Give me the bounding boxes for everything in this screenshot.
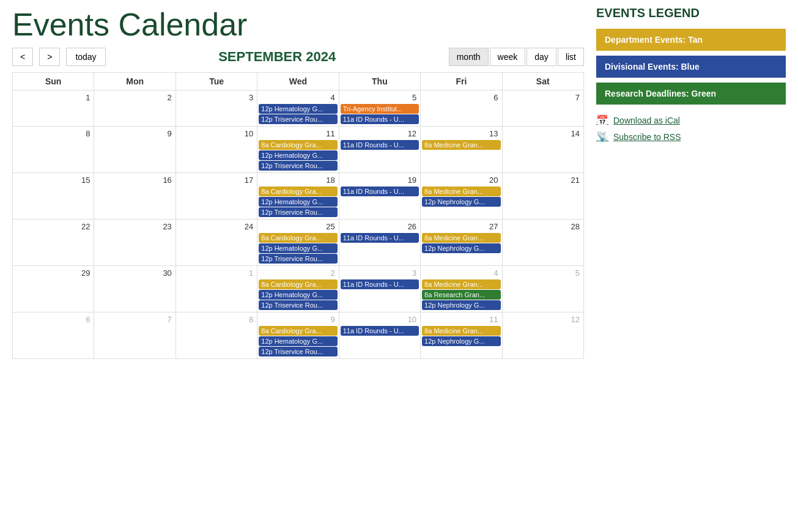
calendar-event[interactable]: Tri-Agency Institut... (341, 104, 419, 114)
day-number: 10 (177, 128, 256, 139)
day-header: Fri (421, 73, 502, 91)
calendar-event[interactable]: 12p Triservice Rou... (259, 114, 337, 124)
calendar-event[interactable]: 11a ID Rounds - U... (341, 233, 419, 243)
calendar-event[interactable]: 8a Cardiology Gra... (259, 326, 337, 336)
calendar-day[interactable]: 24 (175, 220, 257, 266)
calendar-event[interactable]: 12p Hematology G... (259, 150, 337, 160)
calendar-day[interactable]: 258a Cardiology Gra...12p Hematology G..… (257, 220, 339, 266)
calendar-day[interactable]: 188a Cardiology Gra...12p Hematology G..… (257, 173, 339, 220)
calendar-event[interactable]: 8a Cardiology Gra... (259, 233, 337, 243)
calendar-event[interactable]: 11a ID Rounds - U... (341, 187, 419, 196)
calendar-event[interactable]: 8a Medicine Gran... (422, 233, 500, 243)
calendar-day[interactable]: 23 (94, 220, 175, 266)
prev-button[interactable]: < (12, 48, 33, 66)
calendar-day[interactable]: 208a Medicine Gran...12p Nephrology G... (421, 173, 502, 220)
view-list-button[interactable]: list (558, 48, 584, 66)
day-number: 18 (259, 174, 337, 186)
calendar-day[interactable]: 28 (502, 220, 583, 266)
calendar-event[interactable]: 12p Nephrology G... (422, 300, 500, 310)
day-number: 11 (259, 128, 337, 139)
day-number: 28 (504, 221, 582, 232)
calendar-day[interactable]: 17 (175, 173, 257, 220)
calendar-day[interactable]: 30 (94, 266, 175, 312)
calendar-day[interactable]: 8 (175, 312, 257, 359)
calendar-day[interactable]: 21 (502, 173, 583, 220)
calendar-event[interactable]: 12p Triservice Rou... (259, 347, 337, 357)
calendar-day[interactable]: 311a ID Rounds - U... (339, 266, 420, 312)
calendar-event[interactable]: 8a Medicine Gran... (422, 326, 500, 336)
calendar-day[interactable]: 98a Cardiology Gra...12p Hematology G...… (257, 312, 339, 359)
calendar-day[interactable]: 15 (13, 173, 94, 220)
calendar-day[interactable]: 14 (502, 127, 583, 173)
calendar-day[interactable]: 29 (13, 266, 94, 312)
calendar-event[interactable]: 12p Triservice Rou... (259, 300, 337, 310)
day-number: 12 (341, 128, 419, 139)
calendar-event[interactable]: 12p Triservice Rou... (259, 161, 337, 171)
calendar-day[interactable]: 9 (94, 127, 175, 173)
calendar-event[interactable]: 8a Cardiology Gra... (259, 187, 337, 196)
calendar-event[interactable]: 12p Nephrology G... (422, 197, 500, 207)
calendar-day[interactable]: 12 (502, 312, 583, 359)
calendar-event[interactable]: 12p Hematology G... (259, 104, 337, 114)
calendar-day[interactable]: 412p Hematology G...12p Triservice Rou..… (257, 91, 339, 127)
calendar-day[interactable]: 8 (13, 127, 94, 173)
calendar-event[interactable]: 12p Hematology G... (259, 243, 337, 253)
day-number: 11 (422, 314, 500, 325)
calendar-event[interactable]: 8a Medicine Gran... (422, 140, 500, 150)
calendar-day[interactable]: 2611a ID Rounds - U... (339, 220, 420, 266)
calendar-day[interactable]: 5Tri-Agency Institut...11a ID Rounds - U… (339, 91, 420, 127)
calendar-day[interactable]: 1 (13, 91, 94, 127)
calendar-day[interactable]: 1 (175, 266, 257, 312)
day-number: 9 (95, 128, 174, 139)
calendar-day[interactable]: 2 (94, 91, 175, 127)
calendar-day[interactable]: 7 (502, 91, 583, 127)
day-number: 27 (422, 221, 500, 232)
calendar-day[interactable]: 1211a ID Rounds - U... (339, 127, 420, 173)
calendar-event[interactable]: 11a ID Rounds - U... (341, 114, 419, 124)
view-day-button[interactable]: day (526, 48, 556, 66)
today-button[interactable]: today (66, 48, 105, 66)
calendar-day[interactable]: 118a Cardiology Gra...12p Hematology G..… (257, 127, 339, 173)
view-month-button[interactable]: month (449, 48, 489, 66)
calendar-event[interactable]: 8a Cardiology Gra... (259, 279, 337, 289)
calendar-event[interactable]: 11a ID Rounds - U... (341, 279, 419, 289)
calendar-event[interactable]: 12p Nephrology G... (422, 336, 500, 346)
day-number: 6 (14, 314, 92, 325)
calendar-day[interactable]: 28a Cardiology Gra...12p Hematology G...… (257, 266, 339, 312)
sidebar-link[interactable]: 📡Subscribe to RSS (596, 131, 786, 142)
day-number: 12 (504, 314, 582, 325)
calendar-day[interactable]: 7 (94, 312, 175, 359)
calendar-day[interactable]: 6 (421, 91, 502, 127)
calendar-day[interactable]: 6 (13, 312, 94, 359)
calendar-day[interactable]: 1011a ID Rounds - U... (339, 312, 420, 359)
calendar-event[interactable]: 8a Medicine Gran... (422, 279, 500, 289)
calendar-day[interactable]: 10 (175, 127, 257, 173)
day-header: Sat (502, 73, 583, 91)
sidebar-link[interactable]: 📅Download as iCal (596, 114, 786, 126)
calendar-event[interactable]: 12p Triservice Rou... (259, 207, 337, 217)
next-button[interactable]: > (39, 48, 60, 66)
calendar-day[interactable]: 22 (13, 220, 94, 266)
calendar-event[interactable]: 12p Hematology G... (259, 197, 337, 207)
calendar-day[interactable]: 278a Medicine Gran...12p Nephrology G... (421, 220, 502, 266)
calendar-event[interactable]: 8a Medicine Gran... (422, 187, 500, 196)
calendar-day[interactable]: 138a Medicine Gran... (421, 127, 502, 173)
link-icon: 📅 (596, 114, 608, 126)
day-header: Wed (257, 73, 339, 91)
calendar-event[interactable]: 11a ID Rounds - U... (341, 140, 419, 150)
view-week-button[interactable]: week (490, 48, 526, 66)
calendar-day[interactable]: 1911a ID Rounds - U... (339, 173, 420, 220)
calendar-event[interactable]: 12p Hematology G... (259, 336, 337, 346)
calendar-event[interactable]: 12p Hematology G... (259, 290, 337, 300)
calendar-day[interactable]: 118a Medicine Gran...12p Nephrology G... (421, 312, 502, 359)
calendar-event[interactable]: 8a Research Gran... (422, 290, 500, 300)
day-number: 1 (14, 92, 92, 103)
calendar-day[interactable]: 3 (175, 91, 257, 127)
calendar-day[interactable]: 48a Medicine Gran...8a Research Gran...1… (421, 266, 502, 312)
calendar-day[interactable]: 5 (502, 266, 583, 312)
calendar-event[interactable]: 11a ID Rounds - U... (341, 326, 419, 336)
calendar-event[interactable]: 8a Cardiology Gra... (259, 140, 337, 150)
calendar-event[interactable]: 12p Nephrology G... (422, 243, 500, 253)
calendar-day[interactable]: 16 (94, 173, 175, 220)
calendar-event[interactable]: 12p Triservice Rou... (259, 254, 337, 264)
